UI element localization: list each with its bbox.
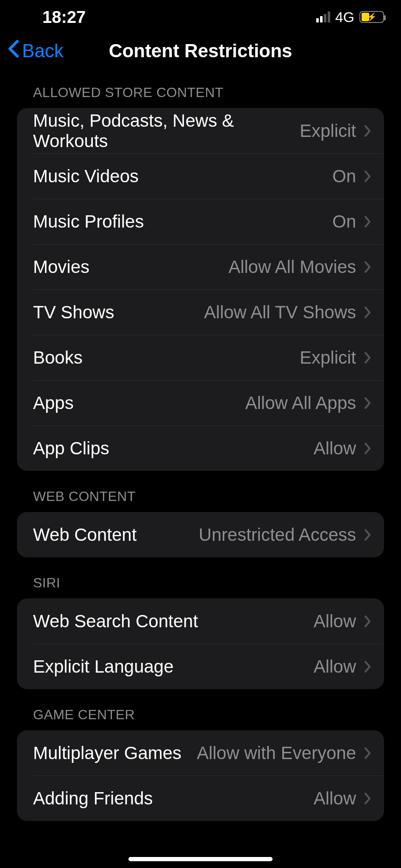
row-tv-shows[interactable]: TV Shows Allow All TV Shows [17,289,384,335]
group-store: Music, Podcasts, News & Workouts Explici… [17,108,384,471]
chevron-right-icon [364,306,371,319]
row-value: Allow All Apps [245,393,356,413]
section-header-web: WEB CONTENT [0,471,401,512]
row-label: TV Shows [33,302,204,323]
battery-icon: ⚡ [359,11,384,23]
row-value: Allow [314,611,356,632]
page-title: Content Restrictions [109,40,292,61]
home-indicator[interactable] [128,857,273,861]
row-label: Music, Podcasts, News & Workouts [33,111,300,151]
row-label: Apps [33,393,245,413]
row-value: Explicit [300,121,356,141]
chevron-right-icon [364,261,371,273]
row-movies[interactable]: Movies Allow All Movies [17,244,384,289]
content-scroll[interactable]: ALLOWED STORE CONTENT Music, Podcasts, N… [0,68,401,821]
row-web-search-content[interactable]: Web Search Content Allow [17,598,384,644]
group-siri: Web Search Content Allow Explicit Langua… [17,598,384,689]
signal-icon [316,11,330,22]
chevron-right-icon [364,442,371,455]
row-adding-friends[interactable]: Adding Friends Allow [17,776,384,821]
row-explicit-language[interactable]: Explicit Language Allow [17,644,384,689]
row-value: On [332,166,356,186]
row-label: Web Content [33,525,199,545]
group-gamecenter: Multiplayer Games Allow with Everyone Ad… [17,730,384,821]
row-label: Adding Friends [33,788,314,809]
row-label: Music Videos [33,166,332,186]
row-label: Explicit Language [33,657,314,677]
chevron-right-icon [364,170,371,183]
group-web: Web Content Unrestricted Access [17,512,384,557]
row-value: Explicit [300,348,356,368]
chevron-right-icon [364,529,371,541]
status-right: 4G ⚡ [316,9,384,25]
row-value: Allow [314,438,356,459]
chevron-right-icon [364,215,371,228]
section-header-store: ALLOWED STORE CONTENT [0,85,401,108]
row-apps[interactable]: Apps Allow All Apps [17,380,384,426]
row-value: Unrestricted Access [199,525,356,545]
row-value: On [332,211,356,232]
row-music-podcasts[interactable]: Music, Podcasts, News & Workouts Explici… [17,108,384,153]
row-music-profiles[interactable]: Music Profiles On [17,199,384,244]
network-label: 4G [335,9,354,25]
status-bar: 18:27 4G ⚡ [0,0,401,34]
row-app-clips[interactable]: App Clips Allow [17,426,384,471]
chevron-right-icon [364,792,371,805]
chevron-right-icon [364,351,371,364]
row-value: Allow [314,788,356,809]
chevron-right-icon [364,747,371,760]
row-label: Web Search Content [33,611,314,632]
row-books[interactable]: Books Explicit [17,335,384,380]
row-multiplayer-games[interactable]: Multiplayer Games Allow with Everyone [17,730,384,776]
row-label: App Clips [33,438,314,459]
chevron-right-icon [364,397,371,409]
row-label: Movies [33,257,228,277]
row-music-videos[interactable]: Music Videos On [17,153,384,199]
row-label: Books [33,348,300,368]
row-web-content[interactable]: Web Content Unrestricted Access [17,512,384,557]
chevron-right-icon [364,660,371,673]
row-value: Allow All Movies [228,257,356,277]
row-label: Multiplayer Games [33,743,197,763]
row-label: Music Profiles [33,211,332,232]
chevron-left-icon [8,39,19,62]
section-header-siri: SIRI [0,557,401,598]
back-button[interactable]: Back [0,39,64,62]
chevron-right-icon [364,615,371,628]
row-value: Allow [314,657,356,677]
row-value: Allow All TV Shows [204,302,356,323]
row-value: Allow with Everyone [197,743,356,763]
status-time: 18:27 [42,8,86,27]
section-header-gamecenter: GAME CENTER [0,689,401,730]
chevron-right-icon [364,125,371,137]
nav-header: Back Content Restrictions [0,34,401,68]
back-label: Back [22,40,64,61]
